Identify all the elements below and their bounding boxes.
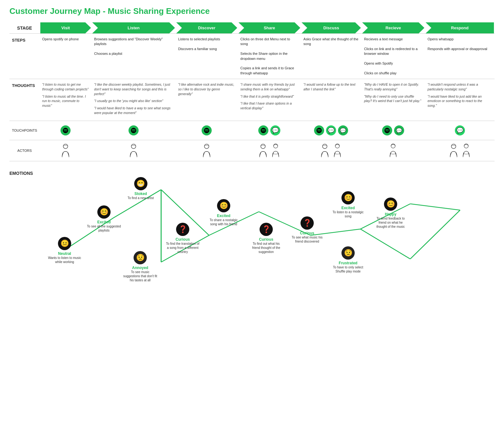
thoughts-discover: "I like alternative rock and indie music…: [175, 79, 238, 121]
male-actor-icon: [128, 143, 139, 158]
emotions-content: 😐 Neutral Wants to listen to music while…: [35, 168, 495, 287]
excited-listen-desc: To see all the suggested playlists: [87, 224, 121, 232]
male-actor-icon: [257, 143, 269, 158]
annoyed-name: Annoyed: [132, 266, 148, 270]
steps-discover: Listens to selected playlists Discovers …: [175, 34, 238, 79]
emotion-excited-recieve: 😊 Excited To listen to a nostalgic song: [331, 191, 365, 218]
emotion-stoked: 😁 Stoked To find a new artist: [128, 177, 154, 200]
emotion-happy: 😊 Happy To send feedback to friend on wh…: [373, 198, 408, 229]
curious-discuss-desc: To find out what his friend thought of t…: [249, 242, 284, 254]
emotion-frustrated: 😟 Frustrated To have to only select Shuf…: [331, 246, 365, 273]
stage-share: Share: [238, 22, 301, 34]
stage-arrow-share: Share: [238, 22, 300, 33]
stage-arrow-respond: Respond: [426, 22, 494, 33]
male-actor-icon: [319, 143, 330, 158]
spotify-icon: [314, 125, 324, 135]
emotion-curious-discuss: ❓ Curious To find out what his friend th…: [249, 223, 284, 254]
female-actor-icon: [332, 143, 343, 158]
emotion-excited-share: 😊 Excited To share a nostalgic song with…: [206, 199, 241, 226]
touchpoints-respond: 💬: [425, 121, 495, 140]
happy-name: Happy: [385, 212, 397, 216]
steps-respond: Opens whatsapp Responds with approval or…: [425, 34, 495, 79]
curious-share-desc: To find the translation of a song from a…: [165, 242, 200, 254]
excited-recieve-desc: To listen to a nostalgic song: [331, 210, 365, 218]
emotion-excited-listen: 😊 Excited To see all the suggested playl…: [87, 205, 121, 232]
steps-visit: Opens spotify on phone: [40, 34, 92, 79]
curious-discuss-name: Curious: [259, 237, 273, 242]
steps-recieve: Recieves a text message Clicks on link a…: [362, 34, 425, 79]
steps-share: Clicks on three dot Menu next to song Se…: [238, 34, 301, 79]
stage-recieve: Recieve: [362, 22, 425, 34]
messages-icon: 💬: [394, 125, 404, 135]
neutral-desc: Wants to listen to music while working: [47, 256, 82, 264]
male-actor-icon: [448, 143, 459, 158]
whatsapp-icon: 💬: [455, 125, 465, 135]
thoughts-respond: "I wouldn't respond unless it was a part…: [425, 79, 495, 121]
svg-point-6: [204, 144, 209, 149]
excited-share-face: 😊: [217, 199, 230, 212]
thoughts-discuss: "I would send a follow up to the text af…: [301, 79, 361, 121]
actors-discover: [175, 140, 238, 161]
happy-desc: To send feedback to friend on what he th…: [373, 216, 408, 229]
emotions-label: EMOTIONS: [9, 168, 35, 287]
excited-listen-name: Excited: [97, 220, 111, 224]
actors-respond: [425, 140, 495, 161]
curious-recieve-name: Curious: [300, 231, 314, 235]
male-actor-icon: [60, 143, 71, 158]
neutral-face: 😐: [58, 237, 71, 250]
svg-point-24: [451, 144, 455, 149]
spotify-icon: [202, 125, 212, 135]
thoughts-listen: "I like the discover weekly playlist. So…: [92, 79, 176, 121]
annoyed-desc: To see music suggestions that don't fit …: [123, 270, 158, 282]
svg-point-9: [261, 144, 265, 149]
whatsapp-icon: 💬: [326, 125, 336, 135]
thoughts-recieve: "Why do I HAVE to open it on Spotify. Th…: [362, 79, 425, 121]
spotify-icon: [382, 125, 392, 135]
stage-section-label: STAGE: [9, 22, 40, 34]
stage-respond: Respond: [425, 22, 495, 34]
frustrated-desc: To have to only select Shuffle play mode: [331, 265, 365, 273]
stage-arrow-recieve: Recieve: [362, 22, 425, 33]
emotion-annoyed: 😟 Annoyed To see music suggestions that …: [123, 251, 158, 282]
curious-share-face: ❓: [176, 223, 189, 236]
steps-listen: Browses suggestions and "Discover Weekly…: [92, 34, 176, 79]
stage-arrow-discover: Discover: [176, 22, 237, 33]
thoughts-label: THOUGHTS: [9, 79, 40, 121]
thoughts-share: "I share music with my friends by just s…: [238, 79, 301, 121]
touchpoints-label: TOUCHPOINTS: [9, 121, 40, 140]
female-actor-icon: [461, 143, 472, 158]
annoyed-face: 😟: [134, 251, 147, 264]
frustrated-face: 😟: [341, 246, 355, 260]
svg-point-15: [323, 144, 327, 149]
spotify-icon: [258, 125, 268, 135]
steps-label: STEPS: [9, 34, 40, 79]
excited-recieve-face: 😊: [341, 191, 355, 204]
svg-point-0: [63, 144, 68, 149]
excited-share-name: Excited: [217, 214, 231, 218]
stage-discover: Discover: [175, 22, 238, 34]
actors-visit: [40, 140, 92, 161]
excited-share-desc: To share a nostalgic song with his frien…: [206, 218, 241, 226]
touchpoints-visit: [40, 121, 92, 140]
spotify-icon: [60, 125, 71, 135]
svg-line-34: [410, 204, 460, 210]
curious-recieve-face: ❓: [301, 216, 314, 230]
svg-line-33: [360, 229, 410, 259]
female-actor-icon: [387, 143, 399, 158]
actors-row: ACTORS: [9, 140, 495, 161]
stage-arrow-visit: Visit: [40, 22, 91, 33]
actors-share: [238, 140, 301, 161]
steps-row: STEPS Opens spotify on phone Browses sug…: [9, 34, 495, 79]
stage-discuss: Discuss: [301, 22, 361, 34]
emotion-curious-recieve: ❓ Curious To see what music his friend d…: [290, 216, 324, 244]
touchpoints-recieve: 💬: [362, 121, 425, 140]
spotify-icon: [129, 125, 139, 135]
stage-arrow-discuss: Discuss: [301, 22, 361, 33]
touchpoints-listen: [92, 121, 176, 140]
emotions-section: EMOTIONS 😐 Neutral: [9, 161, 495, 287]
actors-label: ACTORS: [9, 140, 40, 161]
emotion-curious-share: ❓ Curious To find the translation of a s…: [165, 223, 200, 254]
touchpoints-discuss: 💬 💬: [301, 121, 361, 140]
stoked-name: Stoked: [135, 192, 147, 196]
curious-discuss-face: ❓: [260, 223, 273, 236]
